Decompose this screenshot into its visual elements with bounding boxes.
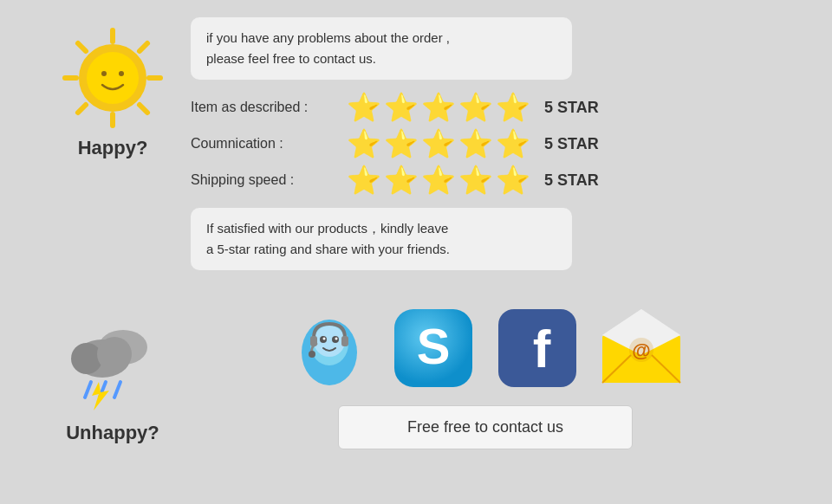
svg-line-17 bbox=[85, 382, 91, 397]
cloud-rain-icon bbox=[61, 311, 165, 415]
svg-line-4 bbox=[78, 43, 86, 51]
star: ⭐ bbox=[421, 166, 456, 194]
star: ⭐ bbox=[496, 94, 530, 121]
support-agent-icon[interactable] bbox=[286, 305, 373, 391]
svg-marker-20 bbox=[92, 382, 109, 410]
stars-2: ⭐ ⭐ ⭐ ⭐ ⭐ bbox=[347, 130, 530, 158]
svg-line-5 bbox=[140, 105, 147, 113]
star: ⭐ bbox=[496, 130, 530, 158]
top-section: Happy? if you have any problems about th… bbox=[0, 9, 832, 279]
svg-text:S: S bbox=[417, 318, 451, 374]
svg-line-6 bbox=[140, 43, 147, 51]
rating-label-3: Shipping speed : bbox=[191, 172, 338, 188]
contact-button[interactable]: Free free to contact us bbox=[338, 405, 633, 449]
svg-point-15 bbox=[71, 343, 102, 374]
star: ⭐ bbox=[347, 166, 381, 194]
main-container: Happy? if you have any problems about th… bbox=[0, 0, 832, 475]
star: ⭐ bbox=[421, 130, 456, 158]
star: ⭐ bbox=[347, 130, 381, 158]
svg-rect-29 bbox=[341, 336, 348, 346]
top-speech-bubble: if you have any problems about the order… bbox=[191, 17, 572, 80]
svg-point-23 bbox=[314, 326, 345, 357]
right-content: if you have any problems about the order… bbox=[191, 17, 780, 270]
star: ⭐ bbox=[458, 130, 493, 158]
rating-row-1: Item as described : ⭐ ⭐ ⭐ ⭐ ⭐ 5 STAR bbox=[191, 94, 780, 121]
star: ⭐ bbox=[384, 130, 419, 158]
svg-line-19 bbox=[114, 382, 120, 397]
star-rating-text-2: 5 STAR bbox=[544, 135, 599, 153]
star: ⭐ bbox=[347, 94, 381, 121]
rating-label-1: Item as described : bbox=[191, 100, 338, 115]
star: ⭐ bbox=[421, 94, 456, 121]
star-rating-text-3: 5 STAR bbox=[544, 171, 599, 190]
star: ⭐ bbox=[384, 166, 419, 194]
contact-right: S f bbox=[191, 305, 780, 449]
svg-text:@: @ bbox=[632, 339, 650, 361]
svg-point-27 bbox=[335, 338, 338, 340]
bubble-text: if you have any problems about the order… bbox=[206, 30, 450, 66]
svg-line-7 bbox=[78, 105, 86, 113]
bottom-section: Unhappy? bbox=[0, 288, 832, 467]
satisfied-text: If satisfied with our products，kindly le… bbox=[206, 221, 450, 256]
rating-row-3: Shipping speed : ⭐ ⭐ ⭐ ⭐ ⭐ 5 STAR bbox=[191, 166, 780, 194]
skype-icon[interactable]: S bbox=[390, 305, 477, 391]
happy-column: Happy? bbox=[52, 17, 173, 159]
satisfied-bubble: If satisfied with our products，kindly le… bbox=[191, 208, 572, 270]
star: ⭐ bbox=[496, 166, 530, 194]
email-icon[interactable]: @ bbox=[598, 305, 685, 391]
svg-text:f: f bbox=[533, 319, 551, 378]
svg-point-10 bbox=[101, 71, 107, 76]
svg-point-11 bbox=[119, 71, 124, 76]
sun-icon bbox=[61, 26, 165, 130]
svg-point-9 bbox=[87, 52, 139, 104]
rating-label-2: Coumnication : bbox=[191, 136, 338, 152]
svg-point-30 bbox=[309, 351, 315, 358]
ratings-block: Item as described : ⭐ ⭐ ⭐ ⭐ ⭐ 5 STAR Cou… bbox=[191, 94, 780, 194]
star-rating-text-1: 5 STAR bbox=[544, 99, 599, 117]
icons-row: S f bbox=[286, 305, 685, 391]
facebook-icon[interactable]: f bbox=[494, 305, 581, 391]
svg-point-26 bbox=[323, 338, 326, 340]
star: ⭐ bbox=[458, 166, 493, 194]
unhappy-label: Unhappy? bbox=[66, 422, 159, 444]
star: ⭐ bbox=[458, 94, 493, 121]
stars-3: ⭐ ⭐ ⭐ ⭐ ⭐ bbox=[347, 166, 530, 194]
star: ⭐ bbox=[384, 94, 419, 121]
svg-point-16 bbox=[97, 337, 132, 372]
stars-1: ⭐ ⭐ ⭐ ⭐ ⭐ bbox=[347, 94, 530, 121]
happy-label: Happy? bbox=[78, 137, 148, 159]
unhappy-column: Unhappy? bbox=[52, 311, 173, 444]
rating-row-2: Coumnication : ⭐ ⭐ ⭐ ⭐ ⭐ 5 STAR bbox=[191, 130, 780, 158]
